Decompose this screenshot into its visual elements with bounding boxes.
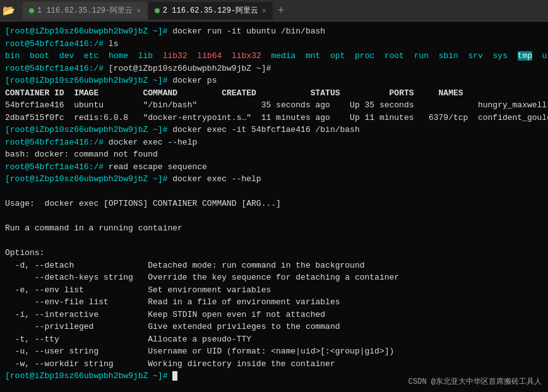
- terminal-line: root@54bfcf1ae416:/# docker exec --help: [5, 136, 543, 149]
- terminal-line: root@54bfcf1ae416:/# [root@iZbp10sz66ubw…: [5, 62, 543, 75]
- tab-2-dot: [155, 8, 160, 13]
- terminal-line: Options:: [5, 247, 543, 259]
- terminal-line: 2dbaf515f0fc redis:6.0.8 "docker-entrypo…: [5, 112, 543, 124]
- terminal-line: --env-file list Read in a file of enviro…: [5, 296, 543, 309]
- tab-1-close[interactable]: ✕: [136, 6, 141, 15]
- terminal-line: [5, 210, 543, 223]
- new-tab-button[interactable]: +: [274, 4, 289, 17]
- terminal-line: -i, --interactive Keep STDIN open even i…: [5, 309, 543, 321]
- tab-bar: 📂 1 116.62.35.129-阿里云 ✕ 2 116.62.35.129-…: [0, 0, 548, 21]
- terminal-line: 54bfcf1ae416 ubuntu "/bin/bash" 35 secon…: [5, 99, 543, 112]
- terminal-line: [root@iZbp10sz66ubwpbh2bw9jbZ ~]# docker…: [5, 173, 543, 186]
- terminal-line: Run a command in a running container: [5, 222, 543, 235]
- terminal-line: -d, --detach Detached mode: run command …: [5, 259, 543, 272]
- terminal-line: [5, 186, 543, 198]
- terminal-line: -w, --workdir string Working directory i…: [5, 358, 543, 371]
- terminal-line: bin boot dev etc home lib lib32 lib64 li…: [5, 50, 543, 62]
- terminal-line: --privileged Give extended privileges to…: [5, 321, 543, 333]
- terminal-line: -t, --tty Allocate a pseudo-TTY: [5, 333, 543, 346]
- tab-1-label: 1 116.62.35.129-阿里云: [37, 5, 133, 16]
- tab-2-label: 2 116.62.35.129-阿里云: [163, 5, 258, 16]
- terminal-line: CONTAINER ID IMAGE COMMAND CREATED STATU…: [5, 87, 543, 100]
- tab-1[interactable]: 1 116.62.35.129-阿里云 ✕: [23, 2, 147, 20]
- terminal-line: [root@iZbp10sz66ubwpbh2bw9jbZ ~]# docker…: [5, 124, 543, 136]
- terminal-line: bash: docker: command not found: [5, 148, 543, 161]
- folder-icon: 📂: [3, 4, 15, 17]
- terminal-line: [root@iZbp10sz66ubwpbh2bw9jbZ ~]# docker…: [5, 74, 543, 87]
- terminal-line: root@54bfcf1ae416:/# ls: [5, 38, 543, 50]
- terminal-line: -u, --user string Username or UID (forma…: [5, 345, 543, 358]
- terminal-line: [root@iZbp10sz66ubwpbh2bw9jbZ ~]# docker…: [5, 25, 543, 38]
- tab-1-dot: [29, 8, 34, 13]
- terminal[interactable]: [root@iZbp10sz66ubwpbh2bw9jbZ ~]# docker…: [0, 21, 548, 392]
- terminal-line: Usage: docker exec [OPTIONS] CONTAINER C…: [5, 198, 543, 210]
- watermark: CSDN @东北亚大中华区首席搬砖工具人: [408, 376, 542, 387]
- terminal-line: -e, --env list Set environment variables: [5, 284, 543, 297]
- tab-2-close[interactable]: ✕: [262, 6, 266, 15]
- tab-2[interactable]: 2 116.62.35.129-阿里云 ✕: [148, 2, 273, 20]
- terminal-line: [5, 235, 543, 247]
- terminal-line: root@54bfcf1ae416:/# read escape sequenc…: [5, 161, 543, 174]
- terminal-line: --detach-keys string Override the key se…: [5, 271, 543, 284]
